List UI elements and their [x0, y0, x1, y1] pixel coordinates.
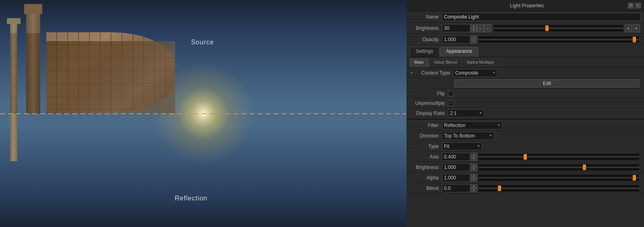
alpha-up[interactable]: ▲	[471, 174, 477, 178]
tab-settings[interactable]: Settings	[410, 47, 439, 57]
name-label: Name	[410, 14, 442, 20]
source-label: Source	[191, 39, 214, 46]
tower-reflection	[26, 33, 40, 114]
brightness-label: Brightness	[410, 25, 442, 31]
subtab-main[interactable]: Main	[410, 58, 428, 67]
brightness-slider-thumb[interactable]	[545, 25, 549, 31]
filter-dropdown[interactable]: Reflection ▼	[442, 121, 502, 129]
axis-up[interactable]: ▲	[471, 153, 477, 157]
blend-field[interactable]: 0.0	[442, 184, 470, 192]
type-row: Type Fit ▼	[407, 141, 644, 152]
window-titlebar: Light Properties 🗗 ✕	[407, 0, 644, 11]
alpha-label: Alpha	[410, 175, 442, 181]
name-field[interactable]: Composite Light	[442, 13, 641, 21]
opacity-row: Opacity 1.000 ▲ ▼	[407, 34, 644, 45]
brightness-minus2-button[interactable]: −	[484, 24, 491, 32]
filter-brightness-row: Brightness 1.000 ▲ ▼	[407, 162, 644, 173]
brightness-minus-button[interactable]: −	[477, 24, 484, 32]
display-ratio-label: Display Ratio	[410, 110, 448, 116]
axis-row: Axis 0.400 ▲ ▼	[407, 152, 644, 162]
axis-label: Axis	[410, 154, 442, 160]
filter-value: Reflection	[444, 123, 465, 128]
alpha-slider[interactable]	[479, 175, 639, 181]
filter-label: Filter	[410, 123, 442, 128]
unpremultiply-label: Unpremultiply	[410, 100, 448, 106]
opacity-up[interactable]: ▲	[471, 35, 477, 40]
building-reflection	[46, 41, 175, 114]
brightness-slider[interactable]	[494, 25, 623, 31]
alpha-row: Alpha 1.000 ▲ ▼	[407, 173, 644, 183]
tab-appearance[interactable]: Appearance	[440, 47, 478, 57]
blend-spinner: ▲ ▼	[471, 184, 477, 192]
subtab-alpha-multiply[interactable]: Alpha Multiply	[462, 58, 498, 67]
filter-brightness-slider-thumb[interactable]	[583, 165, 586, 170]
filter-brightness-field[interactable]: 1.000	[442, 163, 470, 171]
window-controls: 🗗 ✕	[628, 3, 641, 8]
properties-panel: Light Properties 🗗 ✕ Name Composite Ligh…	[407, 0, 644, 227]
brightness-field[interactable]: 30	[442, 24, 470, 32]
main-tabs: Settings Appearance	[407, 45, 644, 57]
blend-slider-track	[479, 187, 639, 189]
direction-dropdown[interactable]: Top To Bottom ▼	[442, 132, 494, 140]
display-ratio-value: 2:1	[450, 110, 457, 116]
filter-dropdown-arrow: ▼	[497, 123, 500, 127]
filter-brightness-spinner: ▲ ▼	[471, 163, 477, 171]
display-ratio-arrow: ▼	[479, 111, 482, 115]
display-ratio-row: Display Ratio 2:1 ▼	[407, 108, 644, 119]
blend-up[interactable]: ▲	[471, 184, 477, 188]
flip-checkbox[interactable]	[448, 91, 454, 96]
alpha-field[interactable]: 1.000	[442, 174, 470, 182]
content-type-row: ▼ Content Type Composite ▼	[407, 68, 644, 78]
reflection-label: Reflection	[175, 195, 207, 202]
horizon-line	[0, 113, 407, 114]
opacity-spinner: ▲ ▼	[471, 35, 477, 44]
direction-row: Direction Top To Bottom ▼	[407, 131, 644, 141]
column-reflection	[10, 33, 17, 114]
display-ratio-dropdown[interactable]: 2:1 ▼	[448, 109, 484, 117]
close-button[interactable]: ✕	[635, 3, 641, 8]
brightness-plusplus-button[interactable]: +	[633, 24, 640, 32]
axis-slider-thumb[interactable]	[524, 154, 527, 160]
content-type-label: Content Type	[415, 70, 453, 76]
blend-label: Blend	[410, 185, 442, 191]
brightness-spinner: ▲ ▼	[471, 24, 477, 32]
blend-down[interactable]: ▼	[471, 188, 477, 192]
edit-button[interactable]: Edit	[454, 79, 640, 87]
content-type-dropdown[interactable]: Composite ▼	[453, 69, 497, 77]
type-label: Type	[410, 144, 442, 149]
direction-label: Direction	[410, 133, 442, 139]
alpha-down[interactable]: ▼	[471, 178, 477, 182]
axis-slider[interactable]	[479, 154, 639, 160]
filter-brightness-slider[interactable]	[479, 164, 639, 171]
filter-brightness-down[interactable]: ▼	[471, 167, 477, 171]
opacity-slider-track	[479, 39, 639, 40]
opacity-down[interactable]: ▼	[471, 40, 477, 44]
brightness-up[interactable]: ▲	[471, 24, 477, 28]
content-type-value: Composite	[455, 70, 478, 76]
alpha-slider-track	[479, 177, 639, 179]
filter-row: Filter Reflection ▼	[407, 120, 644, 131]
unpremultiply-checkbox[interactable]: ✓	[448, 100, 454, 106]
direction-arrow: ▼	[489, 134, 492, 137]
opacity-slider[interactable]	[479, 36, 639, 43]
viewport: Source Reflection	[0, 0, 407, 227]
type-arrow: ▼	[477, 144, 480, 148]
axis-slider-track	[479, 156, 639, 158]
opacity-slider-thumb[interactable]	[633, 37, 636, 42]
blend-slider[interactable]	[479, 185, 639, 192]
opacity-label: Opacity	[410, 37, 442, 42]
blend-slider-thumb[interactable]	[498, 185, 501, 191]
flip-label: Flip	[410, 91, 448, 96]
filter-brightness-up[interactable]: ▲	[471, 163, 477, 167]
type-dropdown[interactable]: Fit ▼	[442, 142, 482, 150]
subtab-value-blend[interactable]: Value Blend	[429, 58, 462, 67]
opacity-field[interactable]: 1.000	[442, 35, 470, 44]
brightness-plus-button[interactable]: +	[625, 24, 632, 32]
brightness-down[interactable]: ▼	[471, 28, 477, 32]
edit-row: Edit	[407, 78, 644, 89]
axis-down[interactable]: ▼	[471, 157, 477, 161]
axis-field[interactable]: 0.400	[442, 153, 470, 161]
blend-row: Blend 0.0 ▲ ▼	[407, 183, 644, 194]
restore-button[interactable]: 🗗	[628, 3, 634, 8]
alpha-slider-thumb[interactable]	[633, 175, 636, 181]
